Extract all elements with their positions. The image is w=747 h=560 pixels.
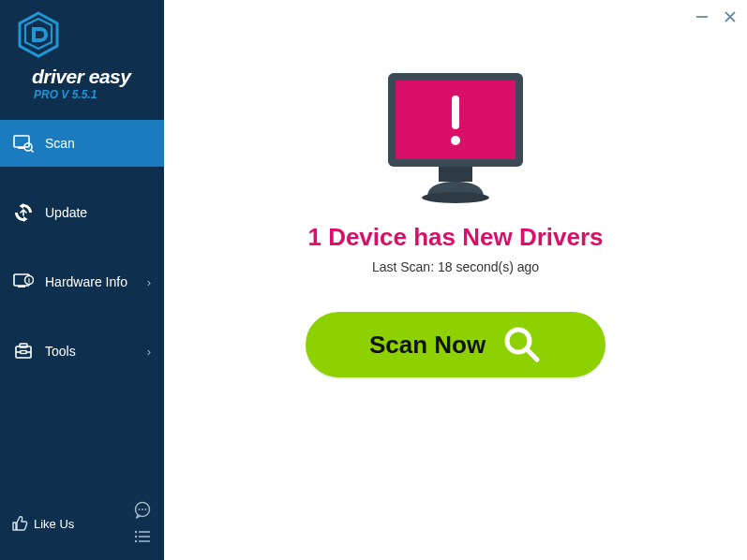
close-icon <box>724 10 737 23</box>
nav-item-hardware-info[interactable]: i Hardware Info › <box>0 258 164 305</box>
scan-now-label: Scan Now <box>369 331 486 360</box>
like-us-button[interactable]: Like Us <box>11 515 125 532</box>
version-label: PRO V 5.5.1 <box>34 88 164 101</box>
scan-now-button[interactable]: Scan Now <box>306 312 605 377</box>
nav-label: Hardware Info <box>45 274 147 289</box>
nav-item-tools[interactable]: Tools › <box>0 328 164 375</box>
nav-label: Scan <box>45 136 155 151</box>
svg-point-18 <box>145 508 147 510</box>
speech-bubble-icon <box>133 501 152 520</box>
brand-name: driver easy <box>32 66 164 88</box>
feedback-button[interactable] <box>132 500 153 521</box>
svg-rect-32 <box>452 96 459 129</box>
magnify-icon <box>502 325 542 364</box>
footer-icons <box>132 500 153 547</box>
svg-rect-11 <box>20 344 27 347</box>
sidebar-footer: Like Us <box>0 491 164 560</box>
minimize-button[interactable] <box>691 6 713 28</box>
nav-label: Tools <box>45 344 147 359</box>
minimize-icon <box>695 10 709 23</box>
update-icon <box>13 202 34 223</box>
chevron-right-icon: › <box>147 345 151 359</box>
close-button[interactable] <box>719 6 741 28</box>
like-us-label: Like Us <box>34 517 74 531</box>
logo-area: driver easy PRO V 5.5.1 <box>0 0 164 120</box>
thumbs-up-icon <box>11 515 28 532</box>
status-headline: 1 Device has New Drivers <box>307 223 603 252</box>
chevron-right-icon: › <box>147 275 151 289</box>
svg-point-16 <box>139 508 141 510</box>
sidebar-nav: Scan Update i Hardware Info › <box>0 120 164 491</box>
window-controls <box>691 6 741 28</box>
svg-text:i: i <box>28 277 30 284</box>
svg-rect-14 <box>21 351 26 354</box>
brand-logo-icon <box>17 11 60 60</box>
svg-point-23 <box>135 540 137 542</box>
content: 1 Device has New Drivers Last Scan: 18 s… <box>164 0 747 377</box>
last-scan-text: Last Scan: 18 second(s) ago <box>372 259 539 274</box>
list-icon <box>133 527 152 546</box>
svg-rect-2 <box>14 136 29 147</box>
menu-list-button[interactable] <box>132 526 153 547</box>
svg-line-5 <box>31 150 34 153</box>
svg-point-21 <box>135 536 137 538</box>
svg-rect-7 <box>18 286 25 287</box>
svg-point-33 <box>451 136 460 145</box>
svg-point-31 <box>422 192 489 203</box>
nav-label: Update <box>45 205 155 220</box>
nav-item-scan[interactable]: Scan <box>0 120 164 167</box>
svg-point-19 <box>135 531 137 533</box>
main-area: 1 Device has New Drivers Last Scan: 18 s… <box>164 0 747 560</box>
nav-item-update[interactable]: Update <box>0 189 164 236</box>
sidebar: driver easy PRO V 5.5.1 Scan Update i <box>0 0 164 560</box>
svg-point-17 <box>142 508 143 510</box>
svg-rect-30 <box>439 167 472 182</box>
scan-icon <box>13 133 34 154</box>
app-window: driver easy PRO V 5.5.1 Scan Update i <box>0 0 747 560</box>
svg-line-35 <box>527 349 537 360</box>
hardware-info-icon: i <box>13 272 34 292</box>
monitor-alert-icon <box>381 69 530 208</box>
tools-icon <box>13 341 34 361</box>
